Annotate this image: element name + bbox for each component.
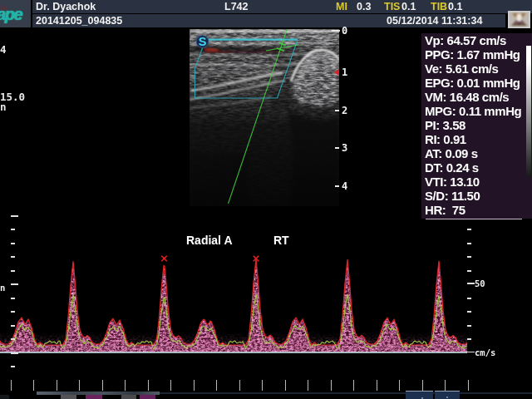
time-tick [377,380,377,391]
time-tick [79,380,80,391]
time-tick [353,380,354,391]
time-tick [57,380,57,391]
focus-marker[interactable] [334,69,339,76]
time-tick [33,380,34,391]
tib-label: TIB [431,1,447,12]
velocity-tick [467,243,471,244]
velocity-tick [11,270,15,272]
measurement-row: Vp: 64.57 cm/s [421,33,532,47]
time-tick [422,380,423,391]
measurement-row: RI: 0.91 [421,132,532,146]
status-fragment [86,395,102,399]
depth-tick [332,30,340,32]
caliper-markers[interactable] [161,256,259,261]
tib-value: 0.1 [448,1,462,12]
softkey-button-1[interactable] [406,391,433,399]
measurement-row: DT: 0.24 s [421,160,532,175]
time-tick [468,380,469,391]
time-tick [216,380,217,391]
header-row-patient: Dr. Dyachok L742 MI 0.3 TIS 0.1 TIB 0.1 [32,0,532,13]
status-fragment [140,395,155,399]
measurement-row: PI: 3.58 [421,118,532,132]
depth-mark: 0 [342,27,347,35]
left-label-top: 4 [0,46,7,54]
scale-dash [467,283,475,284]
header-bar: ape Dr. Dyachok L742 MI 0.3 TIS 0.1 TIB … [0,0,532,28]
status-fragment [61,395,76,399]
time-tick [331,380,332,391]
velocity-tick [11,283,18,285]
left-label-unit: n [0,103,7,111]
depth-mark: 3 [342,144,347,152]
tis-value: 0.1 [401,1,416,12]
measurement-row: PPG: 1.67 mmHg [421,47,532,62]
brand-logo: ape [0,0,31,27]
depth-mark: 2 [342,106,347,115]
status-fragment [121,395,136,399]
time-tick [170,380,171,391]
brand-logo-text: ape [0,5,22,24]
time-tick [285,380,286,391]
exam-id: 20141205_094835 [36,15,122,27]
time-tick [194,380,195,391]
depth-mark: 4 [342,182,347,190]
time-tick [239,380,240,391]
tis-label: TIS [384,1,400,12]
velocity-unit-label: cm/s [475,348,495,357]
velocity-tick [467,270,471,272]
velocity-tick [11,338,15,340]
bottom-toolbar-line [160,392,532,394]
mi-label: MI [336,1,347,12]
time-tick [102,380,103,391]
status-fragment [0,395,9,399]
measurement-row: Ve: 5.61 cm/s [421,62,532,76]
grayscale-bar [526,46,531,177]
side-label: RT [273,234,289,247]
spectrum-waveform [0,208,467,374]
depth-tick [335,185,339,187]
velocity-tick [467,229,471,230]
time-tick [262,380,263,391]
depth-tick [335,147,339,149]
baseline-dash [466,352,475,353]
clip-thumbnail[interactable] [508,11,530,28]
measurement-row: VM: 16.48 cm/s [421,90,532,104]
velocity-tick [11,366,15,367]
velocity-tick [11,229,15,230]
measurement-panel: Vp: 64.57 cm/sPPG: 1.67 mmHgVe: 5.61 cm/… [421,33,532,219]
velocity-tick [467,338,471,340]
time-tick [308,380,308,391]
measurement-row: S/D: 11.50 [421,189,532,203]
velocity-tick [467,311,471,313]
probe-model: L742 [224,1,249,12]
velocity-tick [11,298,15,299]
velocity-tick [11,311,15,313]
depth-mark: 1 [342,68,347,76]
velocity-tick [467,256,471,258]
velocity-tick [467,298,471,299]
caliper-x-marker[interactable] [161,256,166,261]
time-tick [445,380,446,391]
bmode-image[interactable]: S [190,29,339,206]
left-axis-unit-cut: n [0,283,5,293]
depth-tick [335,110,339,111]
softkey-button-2[interactable] [435,391,460,399]
svg-text:S: S [199,35,207,48]
softkey-dot [446,397,448,398]
doppler-spectrum[interactable] [0,208,532,374]
mi-value: 0.3 [357,1,371,12]
datetime: 05/12/2014 11:31:34 [387,15,482,27]
velocity-tick [11,256,15,258]
velocity-tick [11,215,18,217]
time-tick [148,380,149,391]
velocity-tick [11,325,15,327]
vessel-label: Radial A [186,234,233,247]
velocity-tick [467,325,471,327]
header-row-exam: 20141205_094835 05/12/2014 11:31:34 [32,14,505,27]
measurement-row: AT: 0.09 s [421,146,532,160]
velocity-tick [11,352,18,354]
measurement-row: MPG: 0.11 mmHg [421,104,532,118]
time-tick [125,380,126,391]
patient-name: Dr. Dyachok [36,1,96,12]
time-tick [399,380,400,391]
